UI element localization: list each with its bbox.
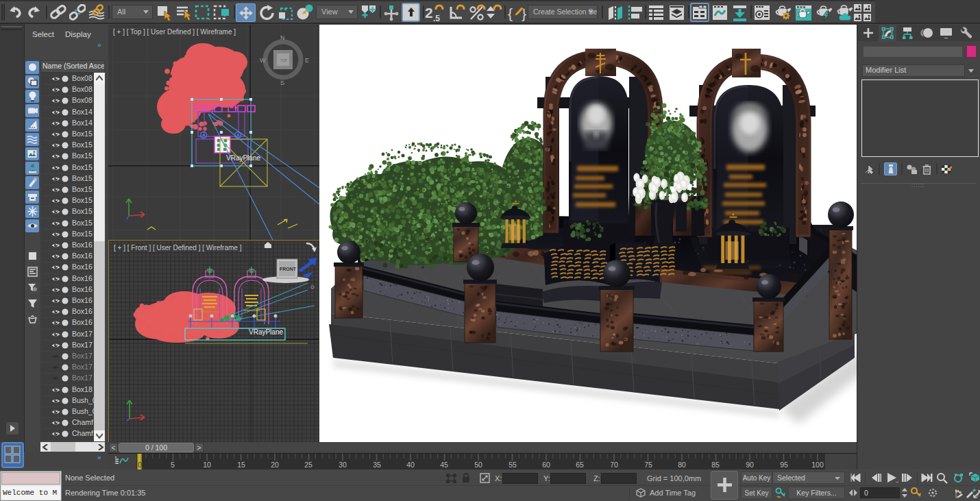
svg-text:FRONT: FRONT <box>280 267 297 271</box>
svg-text:15: 15 <box>237 461 245 469</box>
svg-text:W: W <box>260 57 266 64</box>
svg-text:VRayPlane: VRayPlane <box>249 328 283 336</box>
svg-text:20: 20 <box>271 461 279 469</box>
svg-text:VRayPlane: VRayPlane <box>226 154 260 162</box>
svg-text:TOP: TOP <box>280 58 288 62</box>
svg-text:E: E <box>305 57 309 64</box>
svg-text:100: 100 <box>811 461 824 469</box>
svg-text:[ + ] [ Front ] [ User Defined: [ + ] [ Front ] [ User Defined ] [ Wiref… <box>114 244 242 252</box>
svg-text:25: 25 <box>304 461 313 469</box>
svg-text:70: 70 <box>610 461 618 469</box>
svg-text:55: 55 <box>509 461 517 469</box>
svg-text:5: 5 <box>171 461 175 469</box>
svg-text:[ + ] [ Top ] [ User Defined ]: [ + ] [ Top ] [ User Defined ] [ Wirefra… <box>113 28 236 36</box>
svg-text:40: 40 <box>406 461 415 469</box>
svg-text:90: 90 <box>746 461 754 469</box>
svg-text:45: 45 <box>440 461 448 469</box>
svg-text:35: 35 <box>373 461 381 469</box>
svg-text:2: 2 <box>425 5 433 21</box>
svg-text:75: 75 <box>644 461 652 469</box>
svg-text:65: 65 <box>576 461 584 469</box>
svg-text:10: 10 <box>203 461 211 469</box>
svg-text:80: 80 <box>678 461 686 469</box>
svg-text:30: 30 <box>339 461 347 469</box>
svg-text:60: 60 <box>542 461 550 469</box>
svg-text:N: N <box>280 34 285 41</box>
svg-text:50: 50 <box>474 461 482 469</box>
svg-text:S: S <box>280 80 284 86</box>
svg-text:0: 0 <box>138 461 142 469</box>
svg-text:.5: .5 <box>433 14 440 23</box>
svg-text:{: { <box>508 5 513 21</box>
svg-text:95: 95 <box>780 461 788 469</box>
svg-text:85: 85 <box>711 461 720 469</box>
